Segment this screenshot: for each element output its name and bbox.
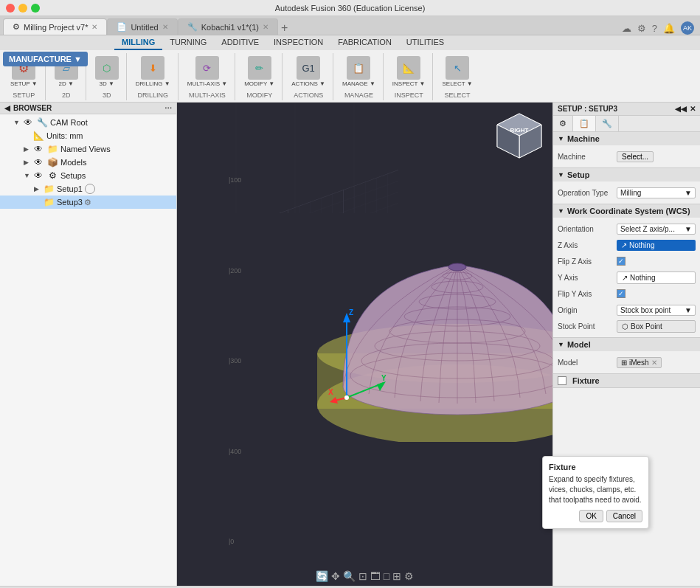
actions-group-label: ACTIONS bbox=[294, 91, 323, 99]
settings-icon[interactable]: ⚙ bbox=[637, 23, 646, 34]
user-avatar[interactable]: AK bbox=[681, 21, 694, 35]
nav-display-icon[interactable]: □ bbox=[384, 570, 389, 582]
tree-item-setup1[interactable]: ▶ 📁 Setup1 bbox=[0, 182, 176, 196]
tree-item-cam-root[interactable]: ▼ 👁 🔧 CAM Root bbox=[0, 116, 176, 129]
nav-pan-icon[interactable]: ✥ bbox=[331, 570, 340, 582]
fixture-section-header[interactable]: Fixture bbox=[553, 374, 700, 387]
tree-item-named-views[interactable]: ▶ 👁 📁 Named Views bbox=[0, 142, 176, 156]
operation-type-label: Operation Type bbox=[558, 189, 617, 197]
setup3-settings-icon[interactable]: ⚙ bbox=[84, 198, 91, 207]
model-chip-remove[interactable]: ✕ bbox=[651, 359, 657, 367]
select-group-label: SELECT bbox=[445, 91, 471, 99]
3d-group-label: 3D bbox=[103, 91, 111, 99]
machine-select-button[interactable]: Select... bbox=[617, 151, 654, 162]
nav-fit-icon[interactable]: ⊡ bbox=[358, 570, 367, 582]
browser-panel: ◀ BROWSER ⋯ ▼ 👁 🔧 CAM Root 📐 Un bbox=[0, 103, 177, 586]
tree-item-units[interactable]: 📐 Units: mm bbox=[0, 129, 176, 142]
panel-tab-2[interactable]: 📋 bbox=[573, 116, 596, 131]
tab-milling-project[interactable]: ⚙ Milling Project v7* ✕ bbox=[3, 18, 107, 35]
y-axis-nothing-button[interactable]: ↗ Nothing bbox=[617, 271, 696, 284]
machine-value: Select... bbox=[617, 151, 696, 162]
nav-view-icon[interactable]: 🗔 bbox=[370, 570, 381, 582]
fixture-enable-checkbox[interactable] bbox=[558, 376, 566, 385]
operation-type-dropdown[interactable]: Milling ▼ bbox=[617, 187, 696, 198]
nav-grid-icon[interactable]: ⊞ bbox=[392, 570, 401, 582]
tooltip-ok-button[interactable]: OK bbox=[579, 510, 603, 522]
wcs-section: ▼ Work Coordinate System (WCS) Orientati… bbox=[553, 204, 700, 338]
inspect-icon: 📐 bbox=[397, 56, 420, 80]
app-title: Autodesk Fusion 360 (Education License) bbox=[275, 4, 426, 13]
select-icon: ↖ bbox=[446, 56, 469, 80]
nav-settings-icon[interactable]: ⚙ bbox=[404, 570, 414, 582]
inspect-button[interactable]: 📐 INSPECT ▼ bbox=[389, 55, 429, 89]
panel-tab-1[interactable]: ⚙ bbox=[553, 116, 573, 131]
coordinate-axes: Z Y X bbox=[328, 309, 387, 407]
model-row: Model ⊞ iMesh ✕ bbox=[553, 354, 700, 370]
origin-dropdown[interactable]: Stock box point ▼ bbox=[617, 305, 696, 316]
nav-orbit-icon[interactable]: 🔄 bbox=[316, 570, 328, 582]
setup-group-label: SETUP bbox=[13, 91, 35, 99]
panel-header: SETUP : SETUP3 ◀◀ ✕ bbox=[553, 103, 700, 116]
tab-close-icon[interactable]: ✕ bbox=[162, 23, 168, 31]
z-axis-value: Nothing bbox=[629, 241, 654, 249]
browser-options-icon[interactable]: ⋯ bbox=[164, 104, 172, 112]
z-axis-select-icon: ↗ bbox=[621, 241, 627, 249]
tab-label: Kobachi1 v1*(1) bbox=[201, 23, 259, 32]
ribbon-tab-inspection[interactable]: INSPECTION bbox=[266, 35, 330, 50]
view-cube[interactable]: RIGHT bbox=[493, 110, 545, 162]
add-tab-button[interactable]: + bbox=[278, 21, 622, 35]
wcs-section-header[interactable]: ▼ Work Coordinate System (WCS) bbox=[553, 204, 700, 218]
nav-zoom-icon[interactable]: 🔍 bbox=[343, 570, 356, 582]
ribbon-group-inspect: 📐 INSPECT ▼ INSPECT bbox=[385, 53, 434, 100]
viewport[interactable]: Z Y X |100 |200 |300 |400 |0 bbox=[177, 103, 552, 586]
z-axis-nothing-button[interactable]: ↗ Nothing bbox=[617, 240, 696, 251]
flip-y-checkbox[interactable]: ✓ bbox=[617, 289, 626, 298]
panel-tab-3[interactable]: 🔧 bbox=[596, 116, 619, 131]
tree-item-models[interactable]: ▶ 👁 📦 Models bbox=[0, 156, 176, 169]
setup-section-header[interactable]: ▼ Setup bbox=[553, 168, 700, 181]
close-button[interactable] bbox=[6, 4, 15, 13]
select-button[interactable]: ↖ SELECT ▼ bbox=[439, 55, 475, 89]
ribbon-content: MANUFACTURE ▼ ⚙ SETUP ▼ SETUP ▱ 2D ▼ 2D bbox=[0, 50, 700, 102]
actions-button[interactable]: G1 ACTIONS ▼ bbox=[288, 55, 328, 89]
eye-icon: 👁 bbox=[32, 143, 44, 155]
tree-item-setup3[interactable]: 📁 Setup3 ⚙ bbox=[0, 196, 176, 209]
drilling-button[interactable]: ⬇ DRILLING ▼ bbox=[133, 55, 173, 89]
tab-close-icon[interactable]: ✕ bbox=[263, 23, 268, 31]
ribbon-tab-milling[interactable]: MILLING bbox=[114, 35, 162, 50]
origin-row: Origin Stock box point ▼ bbox=[553, 302, 700, 318]
2d-group-label: 2D bbox=[62, 91, 71, 99]
minimize-button[interactable] bbox=[18, 4, 27, 13]
stock-point-icon: ⬡ bbox=[622, 322, 628, 331]
3d-button[interactable]: ⬡ 3D ▼ bbox=[92, 55, 122, 89]
wcs-section-title: Work Coordinate System (WCS) bbox=[567, 207, 690, 215]
tab-kobachi[interactable]: 🔧 Kobachi1 v1*(1) ✕ bbox=[178, 18, 278, 35]
tree-item-setups[interactable]: ▼ 👁 ⚙ Setups bbox=[0, 169, 176, 182]
ribbon-tab-utilities[interactable]: UTILITIES bbox=[399, 35, 451, 50]
ribbon-group-drilling: ⬇ DRILLING ▼ DRILLING bbox=[128, 53, 179, 100]
browser-collapse-icon[interactable]: ◀ bbox=[4, 104, 10, 112]
help-icon[interactable]: ? bbox=[652, 23, 657, 34]
tooltip-cancel-button[interactable]: Cancel bbox=[606, 510, 642, 522]
ribbon-tab-fabrication[interactable]: FABRICATION bbox=[330, 35, 399, 50]
cloud-icon[interactable]: ☁ bbox=[622, 23, 631, 34]
fixture-section: Fixture bbox=[553, 374, 700, 388]
bell-icon[interactable]: 🔔 bbox=[663, 23, 675, 34]
model-section-header[interactable]: ▼ Model bbox=[553, 338, 700, 351]
ribbon-tab-additive[interactable]: ADDITIVE bbox=[214, 35, 266, 50]
orientation-dropdown[interactable]: Select Z axis/p... ▼ bbox=[617, 224, 696, 235]
maximize-button[interactable] bbox=[31, 4, 40, 13]
stock-point-button[interactable]: ⬡ Box Point bbox=[617, 320, 696, 333]
tab-close-icon[interactable]: ✕ bbox=[91, 23, 97, 31]
machine-section-header[interactable]: ▼ Machine bbox=[553, 132, 700, 145]
multi-axis-button[interactable]: ⟳ MULTI-AXIS ▼ bbox=[184, 55, 230, 89]
manufacture-button[interactable]: MANUFACTURE ▼ bbox=[3, 52, 88, 66]
panel-expand-icon[interactable]: ◀◀ bbox=[675, 105, 687, 113]
panel-close-icon[interactable]: ✕ bbox=[690, 105, 696, 113]
manage-button[interactable]: 📋 MANAGE ▼ bbox=[339, 55, 378, 89]
tab-untitled[interactable]: 📄 Untitled ✕ bbox=[107, 18, 177, 35]
modify-button[interactable]: ✏ MODIFY ▼ bbox=[241, 55, 277, 89]
tooltip-title: Fixture bbox=[549, 463, 642, 471]
ribbon-tab-turning[interactable]: TURNING bbox=[162, 35, 214, 50]
flip-z-checkbox[interactable]: ✓ bbox=[617, 257, 626, 266]
